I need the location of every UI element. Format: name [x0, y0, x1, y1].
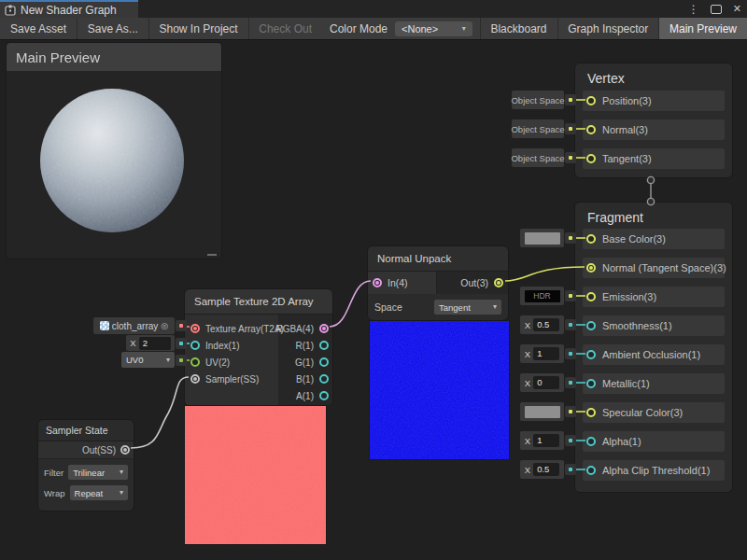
- input-index[interactable]: Index(1): [190, 337, 240, 354]
- output-g[interactable]: G(1): [295, 354, 329, 371]
- metallic-port[interactable]: [586, 379, 596, 388]
- uv-channel-dropdown[interactable]: UV0 ▾: [121, 352, 175, 368]
- vertex-context-node[interactable]: Vertex Position(3) Normal(3) Tangent(3): [574, 63, 733, 178]
- base-color-widget[interactable]: [520, 229, 576, 247]
- in-port[interactable]: [373, 278, 382, 287]
- main-preview-toggle-button[interactable]: Main Preview: [659, 18, 747, 39]
- color-mode-dropdown[interactable]: <None> ▾: [395, 21, 472, 36]
- alpha-clip-port[interactable]: [586, 466, 596, 475]
- fragment-slot-alpha-clip[interactable]: Alpha Clip Threshold(1): [583, 460, 725, 481]
- filter-row: Filter Trilinear ▾: [38, 465, 134, 480]
- fragment-slot-metallic[interactable]: Metallic(1): [583, 373, 725, 394]
- hdr-color-swatch[interactable]: HDR: [525, 290, 560, 302]
- sample-node-preview: [184, 405, 327, 545]
- float-field[interactable]: 0.5: [533, 463, 559, 476]
- vertex-slot-tangent[interactable]: Tangent(3): [583, 148, 725, 169]
- emission-port[interactable]: [586, 292, 596, 301]
- save-as-button[interactable]: Save As...: [78, 18, 148, 39]
- unpack-out-slot[interactable]: Out(3): [437, 272, 508, 294]
- fragment-slot-specular-color[interactable]: Specular Color(3): [583, 402, 725, 423]
- smoothness-port[interactable]: [586, 321, 596, 330]
- b-port[interactable]: [319, 374, 329, 384]
- main-preview-header[interactable]: Main Preview: [7, 43, 221, 71]
- object-picker-icon[interactable]: ◎: [161, 321, 168, 330]
- metallic-widget[interactable]: X0: [520, 373, 576, 392]
- emission-widget[interactable]: HDR: [520, 287, 576, 305]
- fragment-slot-base-color[interactable]: Base Color(3): [583, 229, 725, 249]
- save-asset-button[interactable]: Save Asset: [0, 18, 77, 39]
- position-port[interactable]: [586, 96, 596, 105]
- vertex-slot-position[interactable]: Position(3): [583, 91, 725, 111]
- fragment-slot-ambient-occlusion[interactable]: Ambient Occlusion(1): [583, 344, 725, 365]
- chevron-down-icon: ▾: [462, 25, 466, 33]
- output-rgba[interactable]: RGBA(4): [275, 320, 329, 337]
- input-uv[interactable]: UV(2): [190, 354, 230, 371]
- out-ss-port[interactable]: [120, 445, 130, 455]
- maximize-icon[interactable]: [711, 5, 722, 14]
- fragment-slot-alpha[interactable]: Alpha(1): [583, 431, 725, 452]
- normal-tangent-port[interactable]: [586, 263, 596, 273]
- input-texture-array[interactable]: Texture Array(T2A): [190, 320, 284, 337]
- smoothness-widget[interactable]: X0.5: [520, 315, 576, 334]
- fragment-slot-smoothness[interactable]: Smoothness(1): [583, 315, 725, 336]
- tab-new-shader-graph[interactable]: New Shader Graph: [0, 0, 138, 18]
- color-swatch[interactable]: [525, 232, 560, 245]
- texture-array-port[interactable]: [190, 324, 200, 333]
- close-icon[interactable]: ✕: [733, 3, 741, 15]
- index-field[interactable]: 2: [139, 337, 171, 350]
- slot-label: Emission(3): [602, 291, 656, 302]
- fragment-slot-emission[interactable]: Emission(3): [583, 287, 725, 307]
- rgba-port[interactable]: [319, 324, 329, 333]
- specular-color-widget[interactable]: [520, 402, 576, 421]
- show-in-project-button[interactable]: Show In Project: [149, 18, 248, 39]
- output-b[interactable]: B(1): [296, 371, 329, 387]
- wrap-dropdown[interactable]: Repeat ▾: [70, 485, 128, 500]
- ambient-occlusion-port[interactable]: [586, 350, 596, 359]
- float-field[interactable]: 1: [533, 347, 559, 360]
- fragment-context-node[interactable]: Fragment Base Color(3) Normal (Tangent S…: [574, 202, 733, 493]
- index-field-widget[interactable]: X 2: [126, 335, 187, 351]
- float-field[interactable]: 1: [533, 434, 559, 447]
- output-r[interactable]: R(1): [296, 337, 329, 354]
- graph-canvas[interactable]: Main Preview: [0, 40, 747, 560]
- specular-color-port[interactable]: [586, 408, 596, 417]
- vertex-slot-normal[interactable]: Normal(3): [583, 119, 725, 140]
- sampler-port[interactable]: [190, 374, 200, 384]
- sample-texture-2d-array-node[interactable]: Sample Texture 2D Array Texture Array(T2…: [184, 288, 333, 406]
- panel-resize-handle[interactable]: [207, 254, 217, 256]
- color-swatch[interactable]: [525, 406, 560, 418]
- blackboard-toggle-button[interactable]: Blackboard: [480, 18, 557, 39]
- normal-unpack-node[interactable]: Normal Unpack In(4) Out(3) Space Tangent…: [367, 245, 509, 320]
- output-a[interactable]: A(1): [296, 387, 329, 404]
- float-field[interactable]: 0: [533, 376, 559, 389]
- alpha-port[interactable]: [586, 437, 596, 446]
- uv-channel-widget[interactable]: UV0 ▾: [121, 352, 187, 368]
- normal-port[interactable]: [586, 125, 596, 134]
- slot-label: Position(3): [602, 95, 652, 106]
- more-menu-icon[interactable]: ⋮: [688, 4, 699, 15]
- index-port[interactable]: [190, 341, 200, 350]
- unpack-in-slot[interactable]: In(4): [368, 272, 437, 294]
- ambient-occlusion-widget[interactable]: X1: [520, 344, 576, 363]
- g-port[interactable]: [319, 357, 329, 367]
- tangent-port[interactable]: [586, 154, 596, 163]
- graph-inspector-toggle-button[interactable]: Graph Inspector: [557, 18, 658, 39]
- sampler-state-node[interactable]: Sampler State Out(SS) Filter Trilinear ▾…: [37, 419, 134, 511]
- r-port[interactable]: [319, 341, 329, 350]
- fragment-slot-normal[interactable]: Normal (Tangent Space)(3): [583, 258, 725, 278]
- alpha-clip-widget[interactable]: X0.5: [520, 460, 576, 479]
- float-field[interactable]: 0.5: [533, 318, 559, 331]
- texture-array-field[interactable]: cloth_array ◎: [93, 317, 187, 334]
- main-preview-panel[interactable]: Main Preview: [6, 42, 222, 259]
- input-sampler[interactable]: Sampler(SS): [190, 371, 259, 387]
- alpha-widget[interactable]: X1: [520, 431, 576, 450]
- filter-dropdown[interactable]: Trilinear ▾: [68, 465, 128, 480]
- base-color-port[interactable]: [586, 234, 596, 244]
- out-port[interactable]: [494, 278, 503, 287]
- a-port[interactable]: [319, 391, 329, 400]
- slot-label: Metallic(1): [602, 378, 650, 389]
- space-dropdown[interactable]: Tangent ▾: [434, 300, 501, 315]
- normal-unpack-title: Normal Unpack: [368, 246, 508, 272]
- sampler-out-slot[interactable]: Out(SS): [38, 441, 134, 459]
- uv-port[interactable]: [190, 357, 200, 367]
